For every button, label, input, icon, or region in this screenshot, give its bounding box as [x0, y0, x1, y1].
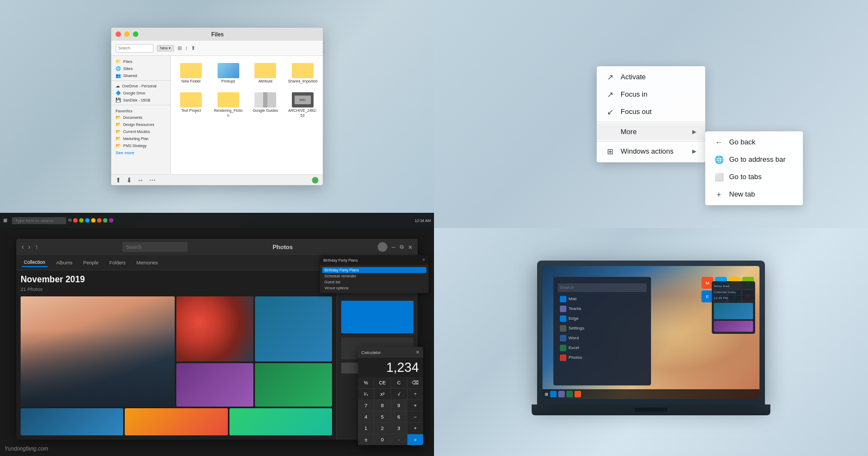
start-item-edge[interactable]: Edge — [558, 314, 647, 324]
tab-memories[interactable]: Memories — [135, 259, 161, 267]
fe-new-button[interactable]: New ▾ — [157, 45, 174, 52]
submenu-item-address-bar[interactable]: 🌐 Go to address bar — [705, 151, 803, 168]
tab-collection[interactable]: Collection — [22, 258, 48, 267]
photo-green-plants[interactable] — [255, 363, 332, 407]
fe-upload-icon[interactable]: ⬆ — [191, 45, 195, 51]
calc-btn-0[interactable]: 0 — [374, 434, 390, 445]
calc-close-btn[interactable]: ✕ — [416, 350, 420, 355]
start-item-word[interactable]: Word — [558, 333, 647, 343]
photos-maximize-btn[interactable]: ⧉ — [400, 244, 404, 250]
small-item-3[interactable]: Guest list — [322, 279, 426, 285]
taskbar-icon-office[interactable] — [91, 218, 95, 223]
calc-btn-mul[interactable]: × — [407, 400, 423, 411]
sidebar-item-design[interactable]: 📂 Design Resources — [111, 121, 170, 128]
taskbar-icon-chrome[interactable] — [79, 218, 84, 223]
calc-btn-7[interactable]: 7 — [358, 400, 374, 411]
photos-close-btn[interactable]: ✕ — [408, 244, 412, 250]
sidebar-item-mockups[interactable]: 📂 Current Mockbs — [111, 128, 170, 135]
folder-item[interactable]: IMG ARCHIVE_2482-52 — [286, 88, 320, 119]
folder-item[interactable]: Attribute — [248, 59, 283, 85]
calc-btn-5[interactable]: 5 — [374, 411, 390, 422]
see-more-link[interactable]: See more — [111, 149, 170, 156]
nav-forward-btn[interactable]: › — [28, 243, 30, 251]
nav-back-btn[interactable]: ‹ — [22, 243, 24, 251]
start-item-mail[interactable]: Mail — [558, 294, 647, 304]
fe-min-btn[interactable] — [124, 31, 130, 37]
calc-btn-2[interactable]: 2 — [374, 423, 390, 434]
folder-item[interactable]: Printups — [212, 59, 246, 85]
sidebar-item-onedrive[interactable]: ☁ OneDrive - Personal — [111, 83, 170, 90]
inner-icon-2[interactable] — [558, 391, 565, 397]
calc-btn-sqrt[interactable]: √ — [391, 389, 407, 400]
taskbar-search-input[interactable] — [12, 217, 66, 224]
calc-btn-sub[interactable]: − — [407, 411, 423, 422]
folder-item[interactable]: Test Project — [174, 88, 208, 119]
calc-btn-percent[interactable]: % — [358, 377, 374, 388]
menu-item-focus-out[interactable]: ↙ Focus out — [597, 103, 705, 121]
calc-btn-4[interactable]: 4 — [358, 411, 374, 422]
calc-btn-c[interactable]: C — [391, 377, 407, 388]
start-button[interactable]: ⊞ — [3, 218, 8, 223]
photo-blue-abstract[interactable] — [255, 296, 332, 362]
sidebar-item-pms[interactable]: 📂 PMS Strategy — [111, 142, 170, 149]
calc-btn-dot[interactable]: · — [391, 434, 407, 445]
taskbar-icon-edge[interactable] — [73, 218, 78, 223]
menu-item-windows-actions[interactable]: ⊞ Windows actions ▶ — [597, 143, 705, 160]
sidebar-item-files[interactable]: 📁 Files — [111, 58, 170, 65]
calc-btn-9[interactable]: 9 — [391, 400, 407, 411]
photo-flowers[interactable] — [176, 296, 253, 362]
small-item-4[interactable]: Venue options — [322, 285, 426, 291]
calc-btn-div[interactable]: ÷ — [407, 389, 423, 400]
fe-view-icon[interactable]: ⊞ — [177, 45, 182, 51]
menu-item-activate[interactable]: ↗ Activate — [597, 68, 705, 86]
sidebar-item-shared[interactable]: 👥 Shared — [111, 72, 170, 79]
calc-btn-eq[interactable]: = — [407, 434, 423, 445]
folder-item[interactable]: Rendering_Fiction — [212, 88, 246, 119]
folder-item[interactable]: New Folder — [174, 59, 208, 85]
taskbar-icon-store[interactable] — [109, 218, 113, 223]
tab-folders[interactable]: Folders — [107, 259, 128, 267]
fe-search-input[interactable] — [116, 44, 154, 53]
inner-icon-4[interactable] — [575, 391, 581, 397]
fe-close-btn[interactable] — [116, 31, 121, 37]
calc-btn-neg[interactable]: ± — [358, 434, 374, 445]
photo-portrait-main[interactable] — [21, 296, 175, 407]
calc-btn-8[interactable]: 8 — [374, 400, 390, 411]
photo-landscape[interactable] — [125, 408, 227, 435]
calc-btn-sq[interactable]: x² — [374, 389, 390, 400]
inner-icon-1[interactable] — [550, 391, 557, 397]
calc-btn-inv[interactable]: ¹⁄ₓ — [358, 389, 374, 400]
photos-minimize-btn[interactable]: ─ — [392, 244, 395, 250]
taskbar-icon-mail[interactable] — [97, 218, 101, 223]
calc-btn-ce[interactable]: CE — [374, 377, 390, 388]
tab-people[interactable]: People — [81, 259, 101, 267]
small-item-1[interactable]: Birthday Party Plans — [322, 267, 426, 273]
fe-sort-icon[interactable]: ↕ — [185, 45, 188, 51]
start-item-photos[interactable]: Photos — [558, 353, 647, 363]
fe-max-btn[interactable] — [133, 31, 138, 37]
taskbar-icon-files[interactable] — [103, 218, 107, 223]
sidebar-item-marketing[interactable]: 📂 Marketing Plan — [111, 135, 170, 142]
start-item-settings[interactable]: Settings — [558, 324, 647, 333]
photo-misc[interactable] — [229, 408, 332, 435]
menu-item-more[interactable]: More ▶ — [597, 123, 705, 140]
photo-pink-flowers[interactable] — [176, 363, 253, 407]
photos-search-input[interactable] — [123, 242, 188, 252]
sidebar-item-gdrive[interactable]: 🔷 Google Drive — [111, 90, 170, 97]
small-item-2[interactable]: Schedule reminder — [322, 273, 426, 279]
small-overlay-close[interactable]: ✕ — [422, 258, 425, 262]
nav-up-btn[interactable]: ↑ — [35, 243, 38, 251]
start-item-excel[interactable]: Excel — [558, 343, 647, 353]
calc-btn-add[interactable]: + — [407, 423, 423, 434]
calc-btn-1[interactable]: 1 — [358, 423, 374, 434]
folder-item[interactable]: Shared_Imported — [286, 59, 320, 85]
start-item-teams[interactable]: Teams — [558, 304, 647, 314]
tab-albums[interactable]: Albums — [54, 259, 75, 267]
sidebar-item-sandisk[interactable]: 💾 SanDisk - 16GB — [111, 97, 170, 104]
folder-item[interactable]: Google Guides — [248, 88, 283, 119]
submenu-item-tabs[interactable]: ⬜ Go to tabs — [705, 168, 803, 186]
sidebar-item-documents[interactable]: 📂 Documents — [111, 114, 170, 121]
inner-start-btn[interactable]: ⊞ — [545, 392, 548, 397]
photo-ocean[interactable] — [21, 408, 123, 435]
calc-btn-backspace[interactable]: ⌫ — [407, 377, 423, 388]
